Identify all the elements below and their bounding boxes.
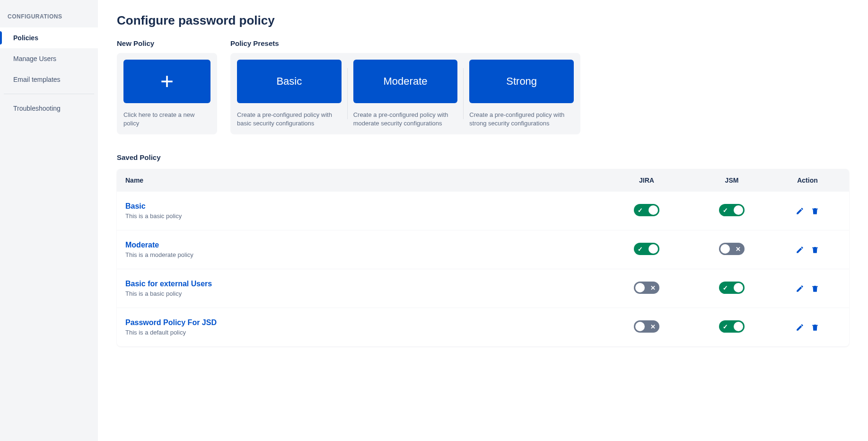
trash-icon[interactable] xyxy=(811,323,819,332)
sidebar: CONFIGURATIONS PoliciesManage UsersEmail… xyxy=(0,0,98,441)
toggle-knob xyxy=(635,322,645,331)
x-icon: ✕ xyxy=(736,245,741,252)
edit-icon[interactable] xyxy=(796,207,804,215)
toggle-knob xyxy=(734,322,743,331)
policy-desc: This is a basic policy xyxy=(125,290,604,297)
cell-action xyxy=(774,246,841,254)
preset-desc: Create a pre-configured policy with mode… xyxy=(353,111,458,128)
policy-name-link[interactable]: Moderate xyxy=(125,241,159,249)
sidebar-item-manage-users[interactable]: Manage Users xyxy=(0,48,98,69)
jsm-toggle[interactable]: ✓ xyxy=(719,204,745,216)
policy-desc: This is a basic policy xyxy=(125,212,604,220)
toggle-knob xyxy=(649,244,658,254)
toggle-knob xyxy=(720,244,730,254)
jira-toggle[interactable]: ✕ xyxy=(634,282,659,294)
cell-jsm: ✓ xyxy=(689,282,774,296)
preset-button-basic[interactable]: Basic xyxy=(237,60,342,103)
check-icon: ✓ xyxy=(638,245,643,252)
col-header-action: Action xyxy=(774,176,841,184)
new-policy-card: + Click here to create a new policy xyxy=(117,53,217,134)
sidebar-item-policies[interactable]: Policies xyxy=(0,27,98,48)
policy-name-link[interactable]: Basic for external Users xyxy=(125,280,212,288)
cell-action xyxy=(774,284,841,293)
jsm-toggle[interactable]: ✕ xyxy=(719,243,745,255)
cell-jira: ✕ xyxy=(604,282,689,296)
toggle-knob xyxy=(635,283,645,292)
toggle-knob xyxy=(734,205,743,215)
cell-jira: ✕ xyxy=(604,320,689,335)
new-policy-desc: Click here to create a new policy xyxy=(123,111,210,128)
preset-desc: Create a pre-configured policy with basi… xyxy=(237,111,342,128)
cell-jira: ✓ xyxy=(604,243,689,257)
table-row: Password Policy For JSDThis is a default… xyxy=(117,308,849,346)
preset-button-moderate[interactable]: Moderate xyxy=(353,60,458,103)
sidebar-item-troubleshooting[interactable]: Troubleshooting xyxy=(0,98,98,119)
preset-desc: Create a pre-configured policy with stro… xyxy=(469,111,574,128)
saved-policy-table: Name JIRA JSM Action BasicThis is a basi… xyxy=(117,169,849,346)
saved-policy-label: Saved Policy xyxy=(117,153,849,161)
trash-icon[interactable] xyxy=(811,246,819,254)
edit-icon[interactable] xyxy=(796,246,804,254)
cell-jsm: ✓ xyxy=(689,320,774,335)
presets-label: Policy Presets xyxy=(230,39,580,47)
sidebar-divider xyxy=(4,94,94,94)
edit-icon[interactable] xyxy=(796,323,804,332)
preset-col-strong: StrongCreate a pre-configured policy wit… xyxy=(464,60,574,128)
policy-desc: This is a default policy xyxy=(125,329,604,336)
sidebar-header: CONFIGURATIONS xyxy=(0,9,98,27)
col-header-jira: JIRA xyxy=(604,176,689,184)
new-policy-label: New Policy xyxy=(117,39,217,47)
table-row: BasicThis is a basic policy✓✓ xyxy=(117,192,849,230)
check-icon: ✓ xyxy=(723,206,728,213)
new-policy-button[interactable]: + xyxy=(123,60,210,103)
sidebar-item-email-templates[interactable]: Email templates xyxy=(0,69,98,90)
cell-name: ModerateThis is a moderate policy xyxy=(125,241,604,258)
jsm-toggle[interactable]: ✓ xyxy=(719,282,745,294)
col-header-name: Name xyxy=(125,176,604,184)
cell-jsm: ✓ xyxy=(689,204,774,218)
table-row: Basic for external UsersThis is a basic … xyxy=(117,269,849,308)
trash-icon[interactable] xyxy=(811,207,819,215)
toggle-knob xyxy=(649,205,658,215)
col-header-jsm: JSM xyxy=(689,176,774,184)
check-icon: ✓ xyxy=(638,206,643,213)
table-header-row: Name JIRA JSM Action xyxy=(117,169,849,192)
policy-name-link[interactable]: Password Policy For JSD xyxy=(125,318,217,327)
cell-name: Basic for external UsersThis is a basic … xyxy=(125,280,604,297)
preset-col-basic: BasicCreate a pre-configured policy with… xyxy=(237,60,347,128)
plus-icon: + xyxy=(160,70,174,93)
cell-action xyxy=(774,207,841,215)
table-row: ModerateThis is a moderate policy✓✕ xyxy=(117,230,849,269)
main-content: Configure password policy New Policy + C… xyxy=(98,0,868,441)
check-icon: ✓ xyxy=(723,284,728,291)
jira-toggle[interactable]: ✓ xyxy=(634,204,659,216)
x-icon: ✕ xyxy=(650,284,656,291)
cell-name: Password Policy For JSDThis is a default… xyxy=(125,318,604,336)
jsm-toggle[interactable]: ✓ xyxy=(719,320,745,333)
page-title: Configure password policy xyxy=(117,13,849,28)
cell-jira: ✓ xyxy=(604,204,689,218)
preset-button-strong[interactable]: Strong xyxy=(469,60,574,103)
policy-name-link[interactable]: Basic xyxy=(125,202,146,211)
jira-toggle[interactable]: ✓ xyxy=(634,243,659,255)
policy-desc: This is a moderate policy xyxy=(125,251,604,258)
cell-name: BasicThis is a basic policy xyxy=(125,202,604,220)
cell-jsm: ✕ xyxy=(689,243,774,257)
preset-col-moderate: ModerateCreate a pre-configured policy w… xyxy=(348,60,464,128)
jira-toggle[interactable]: ✕ xyxy=(634,320,659,333)
check-icon: ✓ xyxy=(723,323,728,330)
cell-action xyxy=(774,323,841,332)
toggle-knob xyxy=(734,283,743,292)
edit-icon[interactable] xyxy=(796,284,804,293)
x-icon: ✕ xyxy=(650,323,656,330)
trash-icon[interactable] xyxy=(811,284,819,293)
